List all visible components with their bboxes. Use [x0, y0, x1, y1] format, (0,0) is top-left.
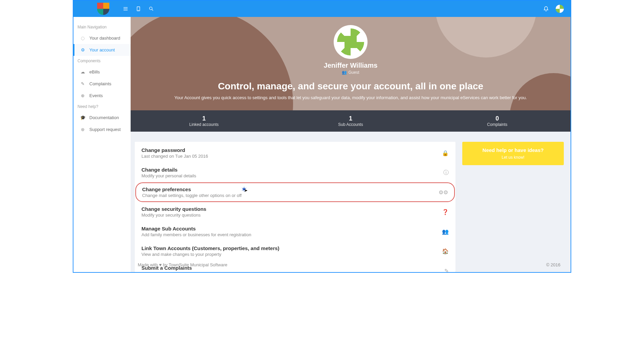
tablet-icon[interactable]: [136, 6, 141, 12]
sidebar-section-components: Components: [73, 56, 131, 66]
sidebar-item-complaints[interactable]: ✎ Complaints: [73, 78, 131, 90]
side-column: Need help or have ideas? Let us know!: [462, 142, 564, 272]
gears-icon: ⚙︎⚙︎: [439, 189, 448, 196]
search-icon[interactable]: [149, 6, 154, 12]
stat-complaints[interactable]: 0 Complaints: [424, 110, 571, 132]
item-link-town-accounts[interactable]: Link Town Accounts (Customers, propertie…: [135, 241, 456, 261]
sidebar-item-label: Your dashboard: [89, 36, 120, 41]
users-icon: 👥: [342, 70, 347, 75]
stat-label: Linked accounts: [131, 122, 277, 127]
sidebar-item-documentation[interactable]: 🎓 Documentation: [73, 112, 131, 124]
item-title: Change security questions: [141, 206, 442, 212]
item-sub: Send a Complaints directly to your munic…: [141, 271, 444, 272]
sidebar-section-help: Need help?: [73, 102, 131, 112]
svg-point-5: [150, 7, 152, 10]
app-frame: Main Navigation ◌ Your dashboard ⚙ Your …: [73, 0, 571, 273]
item-title: Change preferences: [142, 186, 439, 192]
stat-sub[interactable]: 1 Sub Accounts: [277, 110, 424, 132]
question-icon: ❓: [442, 209, 449, 215]
menu-icon[interactable]: [123, 6, 128, 12]
sidebar-item-label: Complaints: [89, 81, 111, 86]
help-card-action: Let us know!: [466, 155, 560, 160]
item-title: Change details: [141, 167, 443, 173]
sidebar-section-main: Main Navigation: [73, 22, 131, 32]
item-sub: Last changed on Tue Jan 05 2016: [141, 154, 442, 159]
item-sub: Add family members or businesses for eve…: [141, 232, 442, 237]
item-change-security[interactable]: Change security questions Modify your se…: [135, 202, 456, 222]
item-title: Manage Sub Accounts: [141, 226, 442, 231]
sidebar-item-label: Support request: [89, 127, 121, 132]
footer-suffix: by TownSuite Municipal Software: [163, 262, 227, 267]
top-right-icons: [543, 5, 564, 13]
topbar: [73, 1, 571, 17]
edit-icon: ✎: [80, 81, 85, 86]
sidebar-item-label: eBills: [89, 69, 100, 74]
lifebuoy-icon: ⊛: [80, 127, 85, 132]
item-title: Link Town Accounts (Customers, propertie…: [141, 245, 442, 251]
stat-value: 1: [277, 115, 424, 122]
item-change-preferences[interactable]: Change preferences Change mail settings,…: [135, 182, 455, 202]
stats-bar: 1 Linked accounts 1 Sub Accounts 0 Compl…: [131, 110, 571, 132]
stat-label: Sub Accounts: [277, 122, 424, 127]
avatar[interactable]: [556, 5, 564, 13]
info-icon: ⓘ: [443, 169, 449, 176]
graduation-icon: 🎓: [80, 115, 85, 120]
role-label: Guest: [348, 70, 359, 75]
help-card-title: Need help or have ideas?: [466, 147, 560, 153]
sidebar-item-label: Documentation: [89, 115, 119, 120]
sidebar-item-account[interactable]: ⚙ Your account: [73, 44, 131, 56]
gauge-icon: ◌: [80, 36, 85, 41]
page-title: Control, manage, and secure your account…: [137, 81, 564, 92]
inbox-icon: ☁: [80, 69, 85, 74]
main: Jeniffer Williams 👥 Guest Control, manag…: [131, 17, 571, 272]
content-area: Change password Last changed on Tue Jan …: [131, 132, 571, 272]
stat-linked[interactable]: 1 Linked accounts: [131, 110, 277, 132]
item-sub: Change mail settings, toggle other optio…: [142, 193, 439, 198]
sidebar-item-label: Your account: [89, 47, 115, 52]
cursor-annotation-icon: ✶➤: [241, 186, 247, 193]
item-sub: View and make changes to your property: [141, 252, 442, 257]
bell-icon[interactable]: [543, 6, 549, 12]
lock-icon: 🔒: [442, 150, 449, 156]
item-change-details[interactable]: Change details Modify your personal deta…: [135, 163, 456, 182]
page-subtitle: Your Account gives you quick access to s…: [137, 95, 564, 100]
stat-value: 0: [424, 115, 571, 122]
stat-value: 1: [131, 115, 277, 122]
avatar: [334, 25, 368, 59]
sidebar-item-support[interactable]: ⊛ Support request: [73, 124, 131, 135]
heart-icon: ♥: [159, 262, 162, 267]
item-title: Change password: [141, 147, 442, 153]
user-role: 👥 Guest: [137, 70, 564, 75]
help-card[interactable]: Need help or have ideas? Let us know!: [462, 142, 564, 165]
footer-copyright: © 2016: [546, 262, 560, 267]
gear-icon: ⚙: [80, 47, 85, 52]
footer-credit: Made with ♥ by TownSuite Municipal Softw…: [138, 262, 227, 267]
item-manage-sub-accounts[interactable]: Manage Sub Accounts Add family members o…: [135, 222, 456, 241]
sidebar-item-ebills[interactable]: ☁ eBills: [73, 66, 131, 78]
top-left-icons: [123, 6, 154, 12]
hero: Jeniffer Williams 👥 Guest Control, manag…: [131, 17, 571, 110]
item-sub: Modify your personal details: [141, 173, 443, 178]
sidebar-item-dashboard[interactable]: ◌ Your dashboard: [73, 32, 131, 44]
sidebar-item-label: Events: [89, 93, 103, 98]
item-change-password[interactable]: Change password Last changed on Tue Jan …: [135, 143, 456, 163]
settings-list: Change password Last changed on Tue Jan …: [135, 142, 456, 272]
item-sub: Modify your security questions: [141, 213, 442, 218]
user-name: Jeniffer Williams: [137, 62, 564, 69]
footer-prefix: Made with: [138, 262, 158, 267]
sidebar: Main Navigation ◌ Your dashboard ⚙ Your …: [73, 17, 131, 272]
svg-line-6: [152, 9, 153, 11]
logo-shield-icon[interactable]: [97, 3, 109, 15]
users-icon: 👥: [442, 228, 449, 235]
footer: Made with ♥ by TownSuite Municipal Softw…: [134, 260, 564, 270]
home-icon: 🏠: [442, 248, 449, 254]
stat-label: Complaints: [424, 122, 571, 127]
sidebar-item-events[interactable]: ⊕ Events: [73, 90, 131, 102]
globe-icon: ⊕: [80, 93, 85, 98]
